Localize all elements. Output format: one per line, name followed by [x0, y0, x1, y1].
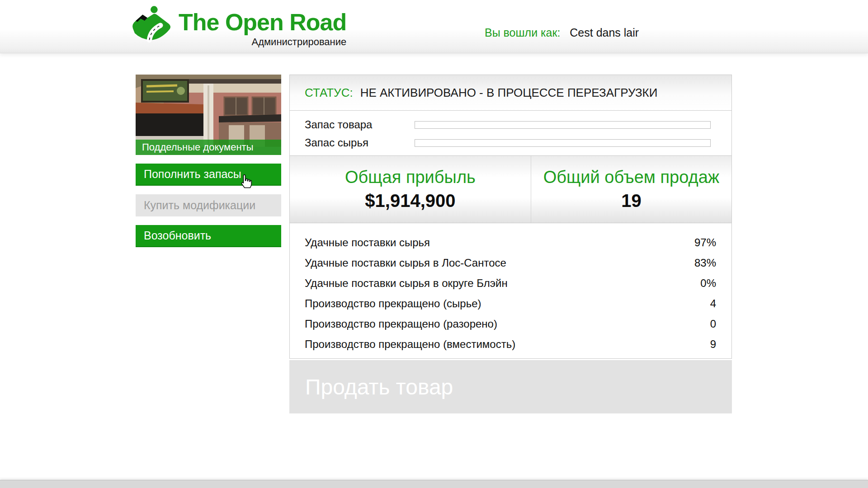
brand-title: The Open Road	[179, 7, 346, 37]
total-profit-value: $1,914,900	[365, 191, 455, 211]
business-photo: Поддельные документы	[136, 75, 281, 155]
product-stock-bar	[415, 121, 711, 129]
stat-value: 83%	[694, 257, 716, 269]
main-panel: СТАТУС: НЕ АКТИВИРОВАНО - В ПРОЦЕССЕ ПЕР…	[289, 75, 732, 413]
resupply-button[interactable]: Пополнить запасы	[136, 164, 281, 186]
sell-product-button[interactable]: Продать товар	[289, 360, 732, 413]
login-label: Вы вошли как:	[485, 26, 560, 39]
supplies-stock-row: Запас сырья	[290, 134, 731, 152]
bottom-edge-bar	[0, 480, 868, 488]
stats-row: Удачные поставки сырья 97%	[305, 232, 716, 253]
totals-section: Общая прибыль $1,914,900 Общий объем про…	[289, 155, 732, 223]
supplies-stock-label: Запас сырья	[290, 136, 415, 149]
stat-value: 0	[710, 318, 716, 330]
stats-row: Удачные поставки сырья в Лос-Сантосе 83%	[305, 253, 716, 273]
buy-upgrades-button[interactable]: Купить модификации	[136, 194, 281, 216]
resume-button[interactable]: Возобновить	[136, 225, 281, 247]
brand-subtitle: Администрирование	[251, 36, 346, 48]
stat-label: Удачные поставки сырья в Лос-Сантосе	[305, 257, 506, 269]
stat-value: 97%	[694, 236, 716, 249]
stats-row: Производство прекращено (разорено) 0	[305, 314, 716, 334]
brand: The Open Road Администрирование	[129, 3, 346, 48]
mountain-road-logo-icon	[129, 3, 172, 42]
total-sales-value: 19	[621, 191, 642, 211]
total-profit-cell: Общая прибыль $1,914,900	[290, 156, 531, 223]
stock-section: Запас товара Запас сырья	[289, 110, 732, 156]
stats-section: Удачные поставки сырья 97% Удачные поста…	[289, 223, 732, 359]
total-profit-label: Общая прибыль	[345, 168, 476, 187]
header: The Open Road Администрирование Вы вошли…	[0, 0, 868, 53]
stat-value: 9	[710, 338, 716, 351]
business-name-caption: Поддельные документы	[136, 140, 281, 155]
login-status: Вы вошли как: Cest dans lair	[485, 26, 639, 39]
product-stock-row: Запас товара	[290, 116, 731, 134]
stats-row: Удачные поставки сырья в округе Блэйн 0%	[305, 273, 716, 293]
stat-label: Производство прекращено (сырье)	[305, 297, 481, 310]
stat-label: Производство прекращено (разорено)	[305, 318, 497, 330]
stat-value: 4	[710, 297, 716, 310]
sidebar: Поддельные документы Пополнить запасы Ку…	[136, 75, 281, 247]
stat-label: Удачные поставки сырья в округе Блэйн	[305, 277, 508, 290]
status-bar: СТАТУС: НЕ АКТИВИРОВАНО - В ПРОЦЕССЕ ПЕР…	[289, 75, 732, 111]
hand-cursor-icon	[239, 174, 252, 191]
product-stock-label: Запас товара	[290, 118, 415, 131]
status-value: НЕ АКТИВИРОВАНО - В ПРОЦЕССЕ ПЕРЕЗАГРУЗК…	[360, 86, 658, 100]
sell-product-label: Продать товар	[305, 375, 453, 399]
stats-row: Производство прекращено (сырье) 4	[305, 293, 716, 314]
status-label: СТАТУС:	[305, 86, 353, 100]
stat-value: 0%	[700, 277, 716, 290]
stat-label: Удачные поставки сырья	[305, 236, 430, 249]
login-username: Cest dans lair	[570, 26, 639, 39]
total-sales-cell: Общий объем продаж 19	[531, 156, 731, 223]
total-sales-label: Общий объем продаж	[543, 168, 720, 187]
stats-row: Производство прекращено (вместимость) 9	[305, 334, 716, 354]
supplies-stock-bar	[415, 139, 711, 147]
stat-label: Производство прекращено (вместимость)	[305, 338, 515, 351]
